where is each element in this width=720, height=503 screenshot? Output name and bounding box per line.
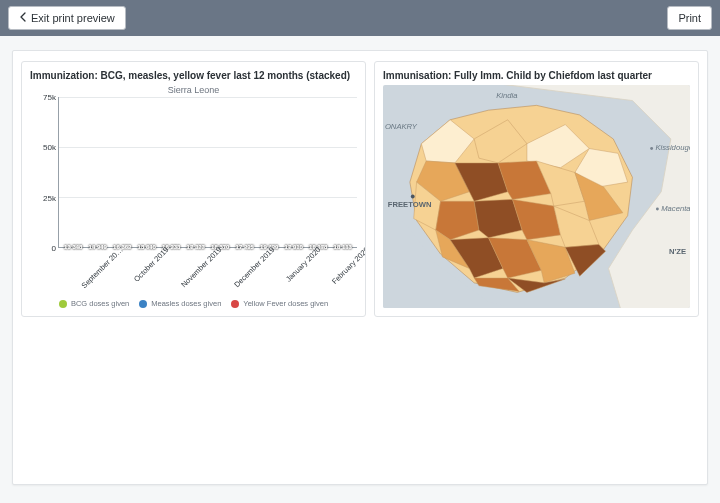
chart-card: Immunization: BCG, measles, yellow fever… (21, 61, 366, 317)
exit-button-label: Exit print preview (31, 12, 115, 24)
y-tick: 25k (43, 193, 56, 202)
map-label: Macenta (661, 204, 690, 213)
map-label: N'ZE (669, 247, 686, 256)
map-card: Immunisation: Fully Imm. Child by Chiefd… (374, 61, 699, 317)
y-tick: 50k (43, 143, 56, 152)
legend-swatch-icon (231, 300, 239, 308)
map-label: FREETOWN (388, 200, 432, 209)
legend-label: BCG doses given (71, 299, 129, 308)
chevron-left-icon (19, 12, 27, 24)
legend-item: BCG doses given (59, 299, 129, 308)
legend-label: Yellow Fever doses given (243, 299, 328, 308)
map-label: ONAKRY (385, 122, 418, 131)
svg-point-1 (650, 147, 653, 150)
legend-label: Measles doses given (151, 299, 221, 308)
print-button[interactable]: Print (667, 6, 712, 30)
app-header: Exit print preview Print (0, 0, 720, 36)
map-label: Kissidougou (655, 143, 690, 152)
chart-subtitle: Sierra Leone (30, 85, 357, 95)
y-axis: 75k 50k 25k 0 (30, 97, 58, 248)
legend-swatch-icon (59, 300, 67, 308)
x-axis: September 20…October 2019November 2019De… (58, 248, 357, 296)
svg-point-0 (411, 195, 415, 199)
chart-title: Immunization: BCG, measles, yellow fever… (30, 68, 357, 85)
plot-area: 21 09019 31013 34819 59115 76914 94917 4… (58, 97, 357, 248)
map-title: Immunisation: Fully Imm. Child by Chiefd… (383, 68, 690, 85)
chart-legend: BCG doses given Measles doses given Yell… (30, 296, 357, 308)
legend-item: Yellow Fever doses given (231, 299, 328, 308)
y-tick: 0 (52, 244, 56, 253)
exit-print-preview-button[interactable]: Exit print preview (8, 6, 126, 30)
print-button-label: Print (678, 12, 701, 24)
legend-item: Measles doses given (139, 299, 221, 308)
svg-point-2 (656, 208, 659, 211)
map-svg-icon: FREETOWN ONAKRY Kindia Kissidougou Macen… (383, 85, 690, 308)
legend-swatch-icon (139, 300, 147, 308)
map-label: Kindia (496, 91, 517, 100)
y-tick: 75k (43, 93, 56, 102)
print-sheet: Immunization: BCG, measles, yellow fever… (12, 50, 708, 485)
chart-plot: 75k 50k 25k 0 21 09019 31013 34819 59115… (30, 97, 357, 248)
map-canvas[interactable]: FREETOWN ONAKRY Kindia Kissidougou Macen… (383, 85, 690, 308)
